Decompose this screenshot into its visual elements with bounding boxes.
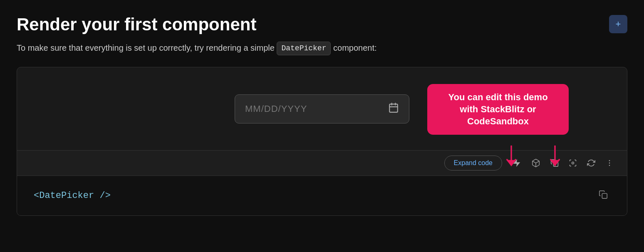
code-snippet: <DatePicker /> — [34, 190, 111, 201]
refresh-button[interactable] — [584, 156, 599, 170]
datepicker-badge: DatePicker — [277, 42, 331, 55]
expand-code-button[interactable]: Expand code — [444, 156, 502, 170]
tooltip-bubble: You can edit this demo with StackBlitz o… — [427, 84, 569, 135]
svg-rect-0 — [389, 104, 398, 112]
page-container: Render your first component + To make su… — [0, 0, 644, 216]
demo-panel: MM/DD/YYYY You can edit this demo with S… — [17, 67, 627, 216]
page-title: Render your first component — [17, 15, 256, 34]
svg-point-9 — [572, 162, 574, 164]
subtitle-text-suffix: component: — [331, 43, 376, 52]
svg-point-12 — [609, 165, 610, 166]
svg-rect-13 — [602, 194, 607, 199]
svg-marker-5 — [551, 160, 560, 166]
code-section: <DatePicker /> — [17, 176, 627, 215]
new-button[interactable]: + — [609, 15, 627, 33]
subtitle: To make sure that everything is set up c… — [17, 42, 627, 55]
codesandbox-button[interactable] — [528, 156, 544, 170]
tooltip-text: You can edit this demo with StackBlitz o… — [448, 92, 547, 126]
code-copy-button[interactable] — [596, 188, 610, 204]
subtitle-text-prefix: To make sure that everything is set up c… — [17, 43, 277, 52]
date-placeholder: MM/DD/YYYY — [245, 104, 381, 114]
toolbar: Expand code — [17, 151, 627, 176]
calendar-icon — [388, 102, 399, 116]
svg-marker-4 — [507, 160, 516, 166]
focus-button[interactable] — [565, 156, 580, 170]
svg-point-11 — [609, 163, 610, 164]
svg-point-10 — [609, 160, 610, 161]
right-arrow — [547, 144, 562, 171]
demo-preview: MM/DD/YYYY You can edit this demo with S… — [17, 67, 627, 151]
more-options-button[interactable] — [602, 156, 617, 170]
header-row: Render your first component + — [17, 15, 627, 34]
left-arrow — [504, 144, 519, 171]
date-picker-input[interactable]: MM/DD/YYYY — [235, 94, 409, 124]
